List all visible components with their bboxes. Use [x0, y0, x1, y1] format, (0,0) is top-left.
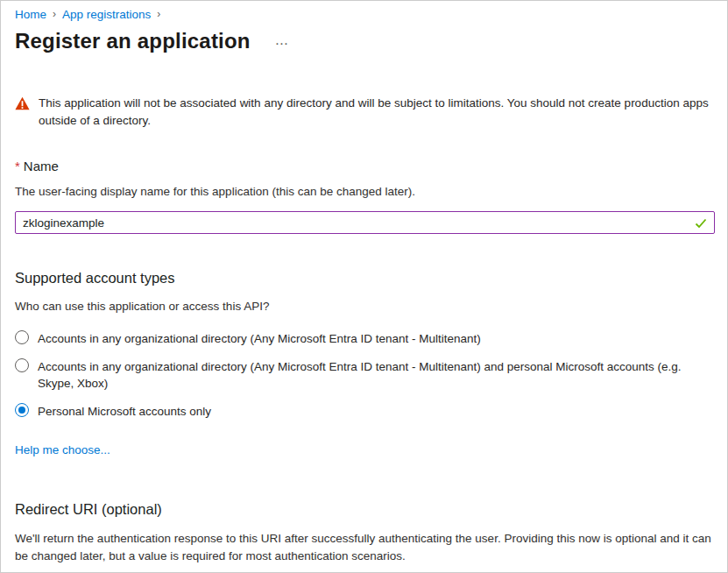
- breadcrumb-app-registrations-link[interactable]: App registrations: [62, 8, 151, 21]
- name-input[interactable]: [15, 211, 715, 234]
- warning-text: This application will not be associated …: [39, 95, 713, 130]
- page-title: Register an application: [15, 29, 251, 53]
- name-label-text: Name: [24, 159, 59, 173]
- supported-account-types-heading: Supported account types: [15, 270, 713, 286]
- name-field-label: *Name: [15, 159, 713, 173]
- redirect-uri-description: We'll return the authentication response…: [15, 530, 713, 565]
- radio-option-multitenant[interactable]: Accounts in any organizational directory…: [15, 330, 713, 347]
- radio-option-multitenant-personal[interactable]: Accounts in any organizational directory…: [15, 358, 713, 392]
- more-options-icon[interactable]: ⋯: [275, 31, 290, 52]
- account-type-radio-group: Accounts in any organizational directory…: [15, 330, 713, 420]
- account-types-question: Who can use this application or access t…: [15, 300, 713, 313]
- help-me-choose-link[interactable]: Help me choose...: [15, 443, 110, 456]
- radio-option-label: Personal Microsoft accounts only: [38, 403, 211, 420]
- required-asterisk: *: [15, 159, 20, 173]
- register-application-page: Home › App registrations › Register an a…: [0, 0, 728, 573]
- radio-option-label: Accounts in any organizational directory…: [38, 358, 708, 392]
- name-field-description: The user-facing display name for this ap…: [15, 185, 713, 198]
- radio-button-icon[interactable]: [15, 330, 29, 344]
- name-input-wrapper: [15, 211, 715, 234]
- title-row: Register an application ⋯: [15, 29, 713, 53]
- warning-triangle-icon: [15, 96, 30, 114]
- warning-banner: This application will not be associated …: [15, 95, 713, 130]
- breadcrumb-separator-icon: ›: [157, 8, 160, 20]
- breadcrumb: Home › App registrations ›: [15, 8, 713, 21]
- radio-button-icon[interactable]: [15, 403, 29, 417]
- radio-option-label: Accounts in any organizational directory…: [38, 330, 481, 347]
- breadcrumb-home-link[interactable]: Home: [15, 8, 46, 21]
- radio-option-personal-only[interactable]: Personal Microsoft accounts only: [15, 403, 713, 420]
- radio-button-icon[interactable]: [15, 358, 29, 372]
- valid-checkmark-icon: [695, 216, 707, 232]
- breadcrumb-separator-icon: ›: [53, 8, 56, 20]
- redirect-uri-heading: Redirect URI (optional): [15, 501, 713, 518]
